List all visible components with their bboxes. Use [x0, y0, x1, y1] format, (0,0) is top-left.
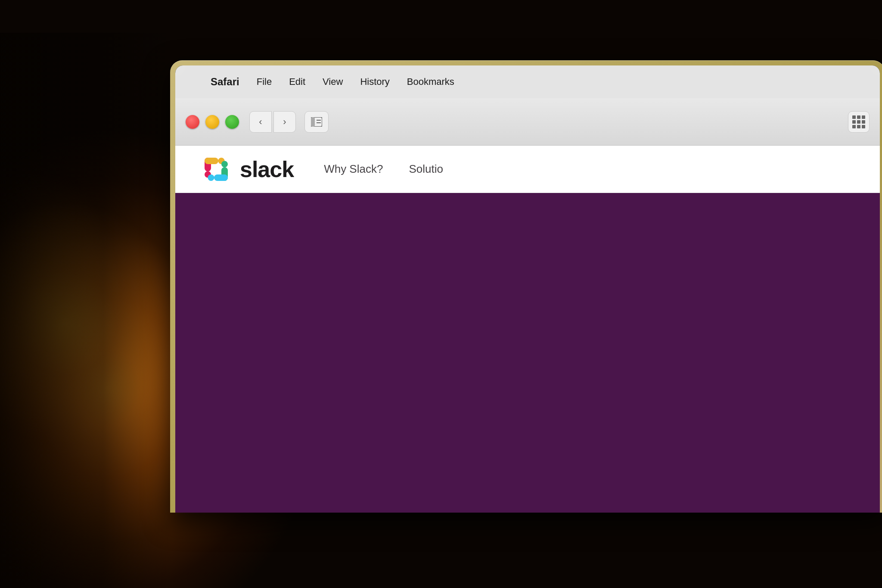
macos-menubar: Safari File Edit View History Bookmarks: [175, 65, 880, 98]
maximize-button[interactable]: [225, 115, 239, 129]
screen-bezel: Safari File Edit View History Bookmarks …: [175, 65, 880, 513]
laptop-frame: Safari File Edit View History Bookmarks …: [170, 60, 882, 513]
back-icon: ‹: [259, 116, 262, 128]
grid-button[interactable]: [848, 111, 870, 133]
nav-buttons: ‹ ›: [249, 111, 296, 133]
sidebar-icon: [311, 117, 322, 127]
slack-wordmark: slack: [240, 156, 294, 182]
forward-icon: ›: [283, 116, 286, 128]
slack-hero-section: [175, 193, 880, 513]
history-menu[interactable]: History: [351, 65, 398, 98]
website-content: slack Why Slack? Solutio: [175, 146, 880, 513]
svg-point-11: [208, 174, 214, 181]
svg-point-9: [221, 161, 228, 167]
browser-toolbar: ‹ ›: [175, 98, 880, 146]
view-menu[interactable]: View: [314, 65, 351, 98]
back-button[interactable]: ‹: [249, 111, 272, 133]
svg-rect-1: [311, 117, 315, 127]
edit-menu[interactable]: Edit: [280, 65, 314, 98]
slack-navbar: slack Why Slack? Solutio: [175, 146, 880, 193]
nav-solutions[interactable]: Solutio: [404, 162, 447, 176]
svg-rect-10: [214, 174, 228, 181]
traffic-lights: [186, 115, 239, 129]
svg-rect-6: [205, 158, 218, 164]
slack-logo[interactable]: slack: [201, 154, 294, 184]
grid-icon: [852, 115, 865, 128]
safari-menu[interactable]: Safari: [202, 65, 248, 98]
file-menu[interactable]: File: [248, 65, 280, 98]
minimize-button[interactable]: [205, 115, 219, 129]
forward-button[interactable]: ›: [273, 111, 296, 133]
close-button[interactable]: [186, 115, 199, 129]
nav-why-slack[interactable]: Why Slack?: [320, 162, 387, 176]
bookmarks-menu[interactable]: Bookmarks: [398, 65, 463, 98]
slack-logo-icon: [201, 154, 231, 184]
apple-menu[interactable]: [188, 65, 202, 98]
sidebar-button[interactable]: [304, 111, 329, 133]
